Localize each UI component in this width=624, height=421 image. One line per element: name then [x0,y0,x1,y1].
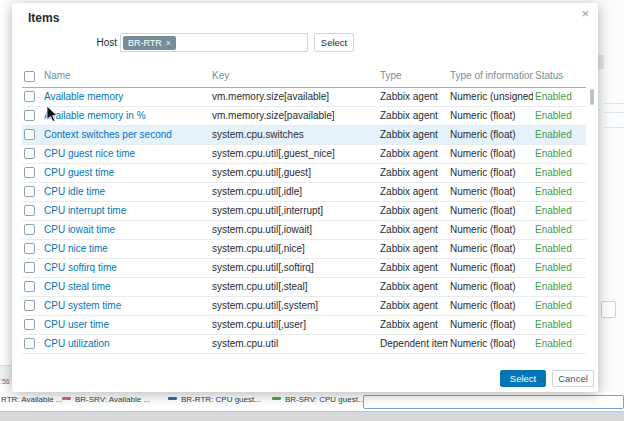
host-chip: BR-RTR × [123,36,176,50]
background-divider [604,112,624,113]
row-checkbox[interactable] [24,110,35,121]
table-scrollbar[interactable] [590,89,594,105]
item-status: Enabled [533,239,586,258]
item-info-type: Numeric (float) [448,144,533,163]
row-checkbox[interactable] [24,224,35,235]
item-status: Enabled [533,277,586,296]
item-name-link[interactable]: Available memory in % [44,110,146,121]
row-checkbox[interactable] [24,338,35,349]
item-info-type: Numeric (float) [448,296,533,315]
background-divider [604,127,624,128]
column-header-status: Status [533,65,586,87]
select-button[interactable]: Select [500,370,546,387]
item-status: Enabled [533,163,586,182]
row-checkbox[interactable] [24,300,35,311]
item-type: Zabbix agent [378,239,448,258]
item-info-type: Numeric (float) [448,125,533,144]
row-checkbox[interactable] [24,243,35,254]
item-info-type: Numeric (float) [448,315,533,334]
row-checkbox[interactable] [24,186,35,197]
legend-marker [272,397,281,400]
item-name-link[interactable]: Context switches per second [44,129,172,140]
chip-remove-icon[interactable]: × [166,38,171,48]
item-key: system.cpu.util[,guest] [210,163,378,182]
row-checkbox[interactable] [24,319,35,330]
background-divider [604,103,624,104]
item-name-link[interactable]: CPU iowait time [44,224,115,235]
item-info-type: Numeric (float) [448,220,533,239]
item-key: vm.memory.size[available] [210,87,378,106]
legend-marker [62,397,71,400]
row-checkbox[interactable] [24,281,35,292]
legend-item[interactable]: BR-RTR: CPU guest... [168,395,261,404]
background-fragment [598,55,604,69]
item-key: vm.memory.size[pavailable] [210,106,378,125]
item-key: system.cpu.util[,system] [210,296,378,315]
item-name-link[interactable]: CPU system time [44,300,121,311]
item-info-type: Numeric (float) [448,106,533,125]
table-row: CPU guest time system.cpu.util[,guest] Z… [22,163,586,182]
item-info-type: Numeric (float) [448,182,533,201]
item-status: Enabled [533,258,586,277]
chart-time-label: :56 [0,378,10,385]
item-status: Enabled [533,220,586,239]
item-type: Zabbix agent [378,163,448,182]
legend-item[interactable]: BR-SRV: Available ... [62,395,150,404]
legend-item[interactable]: BR-SRV: CPU guest... [272,395,365,404]
host-select-button[interactable]: Select [314,33,354,52]
item-key: system.cpu.util[,iowait] [210,220,378,239]
row-checkbox[interactable] [24,148,35,159]
item-key: system.cpu.util[,softirq] [210,258,378,277]
item-key: system.cpu.util[,idle] [210,182,378,201]
item-name-link[interactable]: CPU utilization [44,338,110,349]
host-chip-label: BR-RTR [128,38,162,48]
table-row: Available memory in % vm.memory.size[pav… [22,106,586,125]
item-info-type: Numeric (float) [448,163,533,182]
item-info-type: Numeric (float) [448,239,533,258]
item-status: Enabled [533,201,586,220]
item-type: Zabbix agent [378,201,448,220]
item-status: Enabled [533,315,586,334]
background-focused-input[interactable] [363,395,624,409]
table-row: CPU nice time system.cpu.util[,nice] Zab… [22,239,586,258]
item-type: Zabbix agent [378,258,448,277]
item-key: system.cpu.util[,guest_nice] [210,144,378,163]
table-row: Context switches per second system.cpu.s… [22,125,586,144]
select-all-checkbox[interactable] [24,71,35,82]
table-row: CPU utilization system.cpu.util Dependen… [22,334,586,353]
row-checkbox[interactable] [24,91,35,102]
legend-label: RTR: Available ... [1,395,63,404]
item-name-link[interactable]: CPU guest nice time [44,148,135,159]
cancel-button[interactable]: Cancel [552,370,594,387]
item-name-link[interactable]: CPU nice time [44,243,108,254]
close-icon[interactable]: × [581,7,589,20]
table-row: CPU user time system.cpu.util[,user] Zab… [22,315,586,334]
background-bottom-bar [0,411,624,421]
item-name-link[interactable]: CPU interrupt time [44,205,126,216]
table-row: CPU softirq time system.cpu.util[,softir… [22,258,586,277]
item-type: Zabbix agent [378,296,448,315]
item-key: system.cpu.util[,interrupt] [210,201,378,220]
row-checkbox[interactable] [24,129,35,140]
item-info-type: Numeric (float) [448,334,533,353]
item-type: Zabbix agent [378,182,448,201]
legend-label: BR-SRV: CPU guest... [285,395,365,404]
item-key: system.cpu.util[,nice] [210,239,378,258]
item-key: system.cpu.util[,steal] [210,277,378,296]
item-name-link[interactable]: CPU steal time [44,281,111,292]
item-info-type: Numeric (float) [448,258,533,277]
row-checkbox[interactable] [24,262,35,273]
item-name-link[interactable]: Available memory [44,91,123,102]
item-name-link[interactable]: CPU softirq time [44,262,117,273]
item-status: Enabled [533,125,586,144]
item-name-link[interactable]: CPU idle time [44,186,105,197]
column-header-name[interactable]: Name [42,65,210,87]
table-row: CPU interrupt time system.cpu.util[,inte… [22,201,586,220]
legend-item[interactable]: RTR: Available ... [1,395,63,404]
row-checkbox[interactable] [24,205,35,216]
row-checkbox[interactable] [24,167,35,178]
background-page-right [598,0,624,421]
host-multiselect-input[interactable]: BR-RTR × [120,33,308,52]
item-name-link[interactable]: CPU guest time [44,167,114,178]
item-name-link[interactable]: CPU user time [44,319,109,330]
